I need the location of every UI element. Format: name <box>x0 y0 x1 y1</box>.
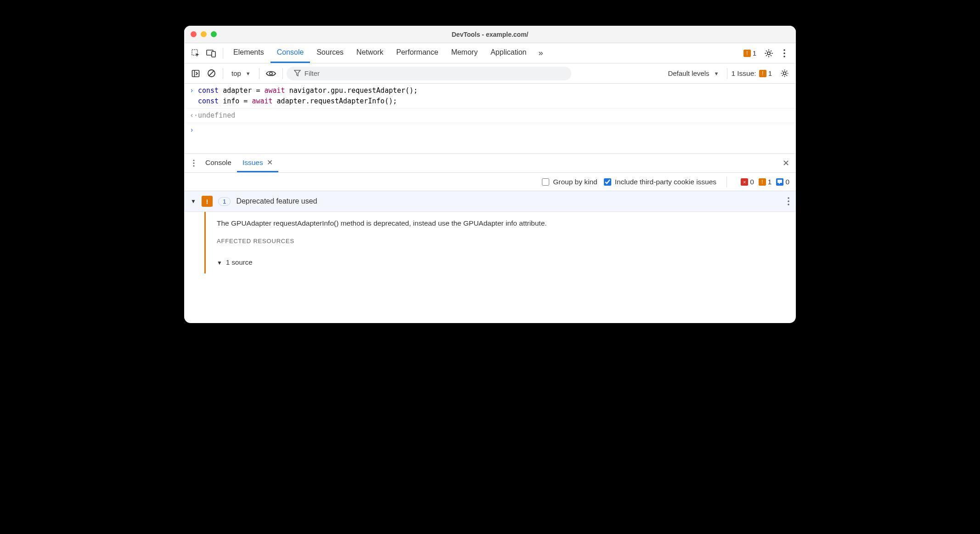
console-prompt-row[interactable]: › <box>184 123 796 154</box>
levels-label: Default levels <box>668 69 709 77</box>
window-title: DevTools - example.com/ <box>184 31 796 38</box>
input-prompt-icon: › <box>190 85 198 106</box>
filter-placeholder: Filter <box>304 69 320 77</box>
issue-body: The GPUAdapter requestAdapterInfo() meth… <box>184 212 796 273</box>
divider <box>727 176 727 187</box>
affected-resources-label: AFFECTED RESOURCES <box>217 238 785 244</box>
tab-elements[interactable]: Elements <box>227 43 270 63</box>
traffic-lights <box>191 31 217 37</box>
console-code: const adapter = await navigator.gpu.requ… <box>198 85 418 106</box>
execution-context-selector[interactable]: top ▼ <box>227 69 255 77</box>
svg-line-10 <box>209 71 214 76</box>
include-thirdparty-checkbox[interactable]: Include third-party cookie issues <box>604 178 716 186</box>
tab-memory[interactable]: Memory <box>445 43 484 63</box>
drawer-tab-issues-label: Issues <box>242 159 263 167</box>
warning-badge-icon[interactable]: ! <box>743 50 751 57</box>
warning-badge-icon: ! <box>759 178 766 186</box>
log-levels-selector[interactable]: Default levels ▼ <box>663 69 723 77</box>
svg-point-18 <box>788 200 789 202</box>
inspect-element-icon[interactable] <box>188 45 203 61</box>
toggle-sidebar-icon[interactable] <box>188 66 203 81</box>
tab-console[interactable]: Console <box>270 43 310 63</box>
include-thirdparty-label: Include third-party cookie issues <box>615 178 716 186</box>
tab-application[interactable]: Application <box>484 43 533 63</box>
source-count-label: 1 source <box>226 258 253 266</box>
divider <box>259 68 259 79</box>
group-by-kind-input[interactable] <box>542 178 549 186</box>
context-label: top <box>231 69 241 77</box>
window-titlebar: DevTools - example.com/ <box>184 26 796 43</box>
info-badge-icon <box>776 178 783 186</box>
tab-network[interactable]: Network <box>350 43 390 63</box>
drawer-more-icon[interactable] <box>188 155 200 171</box>
main-toolbar: Elements Console Sources Network Perform… <box>184 43 796 63</box>
drawer-tabstrip: Console Issues ✕ ✕ <box>184 153 796 173</box>
svg-point-17 <box>788 197 789 199</box>
issue-content: The GPUAdapter requestAdapterInfo() meth… <box>206 212 796 273</box>
svg-point-5 <box>783 52 785 54</box>
collapse-triangle-icon: ▼ <box>217 260 222 266</box>
group-by-kind-label: Group by kind <box>553 178 597 186</box>
devtools-window: DevTools - example.com/ Elements Console… <box>184 26 796 323</box>
expand-triangle-icon[interactable]: ▼ <box>191 198 196 205</box>
close-drawer-icon[interactable]: ✕ <box>783 158 789 168</box>
filter-input[interactable]: Filter <box>287 67 571 80</box>
device-toolbar-icon[interactable] <box>203 45 219 61</box>
live-expression-eye-icon[interactable] <box>263 66 279 81</box>
input-prompt-icon: › <box>190 125 198 136</box>
error-count: 0 <box>750 178 754 186</box>
svg-point-6 <box>783 56 785 57</box>
issue-description: The GPUAdapter requestAdapterInfo() meth… <box>217 219 785 227</box>
issue-severity-counts: × 0 ! 1 0 <box>741 178 789 186</box>
chevron-down-icon: ▼ <box>246 71 251 76</box>
issue-more-menu-icon[interactable] <box>788 197 789 205</box>
output-value: undefined <box>198 110 235 121</box>
drawer-tab-console[interactable]: Console <box>200 154 237 172</box>
chevron-down-icon: ▼ <box>714 71 719 76</box>
svg-rect-2 <box>212 51 215 57</box>
issue-occurrence-count: 1 <box>218 197 231 206</box>
drawer-tab-issues[interactable]: Issues ✕ <box>237 154 278 172</box>
warning-count: 1 <box>768 178 772 186</box>
svg-point-14 <box>193 162 194 164</box>
console-output-row: ‹· undefined <box>184 108 796 123</box>
svg-point-11 <box>270 72 272 75</box>
warning-count: 1 <box>753 49 756 57</box>
console-settings-gear-icon[interactable] <box>777 66 792 81</box>
console-input-row[interactable]: › const adapter = await navigator.gpu.re… <box>184 84 796 108</box>
main-tabs: Elements Console Sources Network Perform… <box>227 43 533 63</box>
group-by-kind-checkbox[interactable]: Group by kind <box>542 178 597 186</box>
error-badge-icon: × <box>741 178 748 186</box>
affected-sources-toggle[interactable]: ▼ 1 source <box>217 258 785 266</box>
svg-point-4 <box>783 49 785 51</box>
issue-row-header[interactable]: ▼ ! 1 Deprecated feature used <box>184 191 796 212</box>
more-tabs-icon[interactable]: » <box>533 45 548 61</box>
output-prompt-icon: ‹· <box>190 110 198 121</box>
issue-summary-label: 1 Issue: <box>731 69 756 78</box>
settings-gear-icon[interactable] <box>761 45 777 61</box>
divider <box>223 68 223 79</box>
svg-point-19 <box>788 204 789 205</box>
close-window-button[interactable] <box>191 31 197 37</box>
divider <box>282 68 283 79</box>
filter-icon <box>294 70 301 77</box>
clear-console-icon[interactable] <box>203 66 219 81</box>
svg-rect-16 <box>777 180 782 183</box>
info-count: 0 <box>785 178 789 186</box>
console-toolbar: top ▼ Filter Default levels ▼ 1 Issue: !… <box>184 63 796 84</box>
issue-badge-count: 1 <box>768 69 772 77</box>
warning-square-icon: ! <box>202 196 213 207</box>
minimize-window-button[interactable] <box>201 31 207 37</box>
console-output: › const adapter = await navigator.gpu.re… <box>184 84 796 153</box>
svg-point-13 <box>193 159 194 161</box>
more-menu-icon[interactable] <box>777 45 792 61</box>
tab-performance[interactable]: Performance <box>390 43 445 63</box>
issue-warning-badge-icon[interactable]: ! <box>759 70 766 77</box>
svg-point-12 <box>783 72 786 74</box>
close-tab-icon[interactable]: ✕ <box>267 158 273 167</box>
tab-sources[interactable]: Sources <box>310 43 350 63</box>
divider <box>727 68 727 79</box>
include-thirdparty-input[interactable] <box>604 178 611 186</box>
maximize-window-button[interactable] <box>211 31 217 37</box>
issue-title: Deprecated feature used <box>236 197 782 205</box>
